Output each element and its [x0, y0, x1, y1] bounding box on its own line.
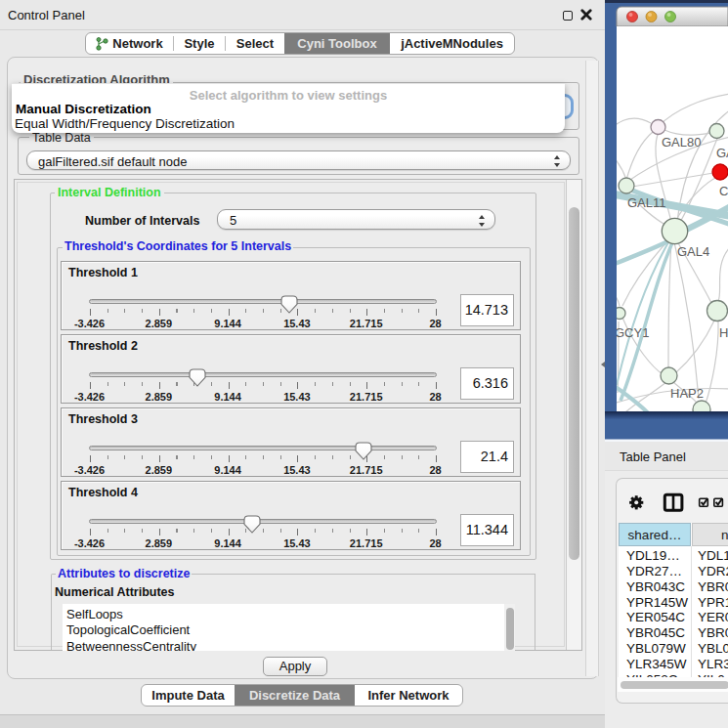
svg-text:GCY1: GCY1: [615, 325, 649, 340]
svg-text:C: C: [719, 184, 728, 198]
svg-text:GA: GA: [716, 146, 728, 160]
svg-text:HAP2: HAP2: [670, 386, 704, 401]
svg-text:GAL11: GAL11: [627, 195, 666, 210]
svg-text:GAL4: GAL4: [677, 244, 709, 259]
svg-text:HI: HI: [719, 325, 728, 340]
svg-text:GAL80: GAL80: [662, 135, 701, 150]
